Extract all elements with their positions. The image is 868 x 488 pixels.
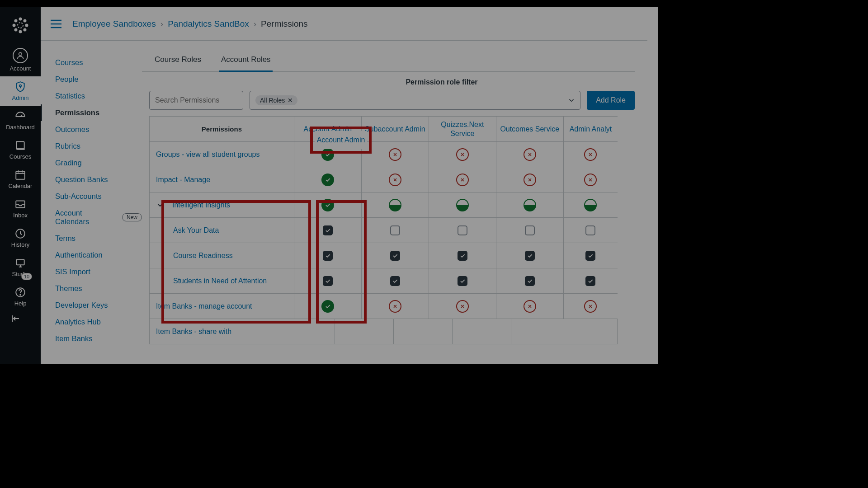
chevron-down-icon[interactable] [156, 201, 164, 209]
state-enabled[interactable] [321, 300, 334, 313]
nav-dashboard[interactable]: Dashboard [0, 106, 41, 135]
role-header-4[interactable]: Admin Analyt [564, 117, 618, 141]
state-partial[interactable] [456, 199, 469, 211]
state-disabled[interactable] [584, 148, 597, 161]
sidebar-item-rubrics[interactable]: Rubrics [41, 138, 142, 155]
permission-label[interactable]: Item Banks - manage account [150, 294, 294, 319]
permission-label[interactable]: Item Banks - share with [150, 319, 276, 344]
sidebar-item-courses[interactable]: Courses [41, 54, 142, 71]
state-disabled[interactable] [584, 300, 597, 313]
state-disabled[interactable] [456, 148, 469, 161]
checkbox-unchecked[interactable] [390, 225, 400, 235]
close-icon[interactable]: ✕ [288, 97, 293, 104]
state-partial[interactable] [524, 199, 536, 211]
help-badge: 10 [21, 273, 32, 280]
sidebar-item-grading[interactable]: Grading [41, 155, 142, 171]
sidebar-item-sis-import[interactable]: SIS Import [41, 263, 142, 280]
state-enabled[interactable] [321, 199, 334, 211]
search-permissions[interactable] [149, 91, 243, 110]
state-enabled[interactable] [321, 148, 334, 161]
checkbox-checked[interactable] [525, 251, 535, 261]
permission-cell [362, 192, 429, 217]
state-enabled[interactable] [321, 174, 334, 186]
nav-help[interactable]: 10 Help [0, 282, 41, 311]
tab-account-roles[interactable]: Account Roles [219, 52, 273, 72]
role-header-1[interactable]: Subaccount Admin [362, 117, 429, 141]
state-disabled[interactable] [389, 174, 401, 186]
sidebar-item-terms[interactable]: Terms [41, 230, 142, 247]
nav-courses[interactable]: Courses [0, 135, 41, 164]
state-disabled[interactable] [524, 148, 536, 161]
checkbox-checked[interactable] [323, 225, 333, 235]
nav-history-label: History [11, 241, 29, 248]
sidebar-item-item-banks[interactable]: Item Banks [41, 330, 142, 347]
chevron-down-icon [567, 96, 576, 104]
nav-studio[interactable]: Studio [0, 253, 41, 282]
checkbox-checked[interactable] [585, 276, 595, 286]
permission-label[interactable]: Ask Your Data [150, 218, 294, 243]
permission-cell [394, 319, 453, 344]
nav-calendar[interactable]: Calendar [0, 164, 41, 194]
role-filter-select[interactable]: All Roles ✕ [250, 91, 580, 110]
state-partial[interactable] [389, 199, 401, 211]
checkbox-checked[interactable] [323, 251, 333, 261]
hamburger-button[interactable] [50, 19, 62, 29]
checkbox-checked[interactable] [458, 251, 467, 261]
permission-cell [362, 218, 429, 243]
search-input[interactable] [155, 96, 245, 104]
state-disabled[interactable] [389, 300, 401, 313]
breadcrumb-sep: › [160, 19, 163, 29]
sidebar-item-question-banks[interactable]: Question Banks [41, 171, 142, 188]
sidebar-item-people[interactable]: People [41, 71, 142, 88]
checkbox-checked[interactable] [390, 251, 400, 261]
checkbox-checked[interactable] [585, 251, 595, 261]
role-header-2[interactable]: Quizzes.Next Service [429, 117, 496, 141]
tab-course-roles[interactable]: Course Roles [153, 52, 203, 71]
permission-label[interactable]: Students in Need of Attention [150, 268, 294, 293]
add-role-button[interactable]: Add Role [587, 91, 635, 110]
sidebar-item-permissions[interactable]: Permissions [41, 104, 142, 121]
checkbox-checked[interactable] [323, 276, 333, 286]
state-disabled[interactable] [389, 148, 401, 161]
sidebar-item-statistics[interactable]: Statistics [41, 88, 142, 104]
nav-history[interactable]: History [0, 223, 41, 253]
calendar-icon [14, 169, 26, 181]
state-disabled[interactable] [456, 174, 469, 186]
checkbox-checked[interactable] [525, 276, 535, 286]
nav-inbox[interactable]: Inbox [0, 194, 41, 223]
permission-label[interactable]: Course Readiness [150, 243, 294, 268]
checkbox-checked[interactable] [458, 276, 467, 286]
permission-label[interactable]: Intelligent Insights [150, 192, 294, 217]
permission-label[interactable]: Impact - Manage [150, 167, 294, 192]
permission-label[interactable]: Groups - view all student groups [150, 142, 294, 167]
permission-cell [564, 218, 618, 243]
role-header-0[interactable]: Account Admin [294, 117, 362, 141]
permission-label-text: Course Readiness [173, 252, 233, 260]
nav-account[interactable]: Account [0, 43, 41, 76]
breadcrumb-1[interactable]: Employee Sandboxes [72, 19, 156, 29]
sidebar-item-authentication[interactable]: Authentication [41, 247, 142, 263]
checkbox-checked[interactable] [390, 276, 400, 286]
checkbox-unchecked[interactable] [458, 225, 467, 235]
state-disabled[interactable] [584, 174, 597, 186]
breadcrumb-2[interactable]: Pandalytics SandBox [168, 19, 249, 29]
role-chip[interactable]: All Roles ✕ [255, 95, 297, 105]
checkbox-unchecked[interactable] [525, 225, 535, 235]
sidebar-item-themes[interactable]: Themes [41, 280, 142, 297]
sidebar-item-sub-accounts[interactable]: Sub-Accounts [41, 188, 142, 205]
breadcrumb-sep: › [254, 19, 256, 29]
sidebar-item-account-calendars[interactable]: Account CalendarsNew [41, 205, 142, 230]
nav-admin[interactable]: Admin [0, 76, 41, 106]
collapse-nav[interactable] [0, 313, 41, 328]
state-disabled[interactable] [456, 300, 469, 313]
checkbox-unchecked[interactable] [585, 225, 595, 235]
role-header-3[interactable]: Outcomes Service [496, 117, 564, 141]
canvas-logo[interactable] [10, 15, 30, 35]
sidebar-item-outcomes[interactable]: Outcomes [41, 121, 142, 138]
sidebar-item-analytics-hub[interactable]: Analytics Hub [41, 314, 142, 330]
state-partial[interactable] [584, 199, 597, 211]
state-disabled[interactable] [524, 174, 536, 186]
state-disabled[interactable] [524, 300, 536, 313]
sidebar-item-developer-keys[interactable]: Developer Keys [41, 297, 142, 314]
permission-cell [564, 268, 618, 293]
